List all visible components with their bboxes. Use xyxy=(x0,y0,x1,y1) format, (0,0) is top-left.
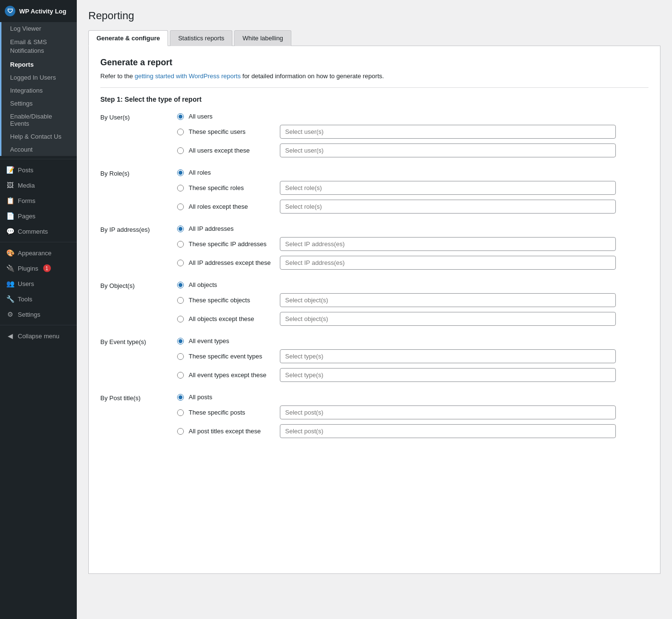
sidebar-item-users[interactable]: 👥 Users xyxy=(0,276,77,291)
input-except-objects[interactable] xyxy=(280,312,616,326)
tools-icon: 🔧 xyxy=(6,295,14,303)
sidebar-item-forms[interactable]: 📋 Forms xyxy=(0,193,77,208)
row-label-post-titles: By Post title(s) xyxy=(100,393,177,402)
row-label-ip: By IP address(es) xyxy=(100,225,177,233)
input-specific-objects[interactable] xyxy=(280,293,616,307)
sidebar-item-posts[interactable]: 📝 Posts xyxy=(0,162,77,178)
step1-title: Step 1: Select the type of report xyxy=(100,95,648,103)
radio-row-all-posts: All posts xyxy=(177,393,648,401)
sidebar-item-email-sms[interactable]: Email & SMS Notifications xyxy=(1,35,77,58)
sidebar-item-tools[interactable]: 🔧 Tools xyxy=(0,291,77,307)
settings-icon: ⚙ xyxy=(6,310,14,318)
sidebar-item-account[interactable]: Account xyxy=(1,143,77,156)
desc-link[interactable]: getting started with WordPress reports xyxy=(135,72,241,80)
media-icon: 🖼 xyxy=(6,181,14,189)
radio-row-specific-users: These specific users xyxy=(177,125,648,139)
radio-row-except-event-types: All event types except these xyxy=(177,368,648,382)
input-except-event-types[interactable] xyxy=(280,368,616,382)
main-content: Reporting Generate & configure Statistic… xyxy=(77,0,672,619)
radio-label-specific-event-types: These specific event types xyxy=(189,353,275,360)
radio-specific-posts[interactable] xyxy=(177,409,184,416)
sidebar: 🛡 WP Activity Log Log Viewer Email & SMS… xyxy=(0,0,77,619)
sidebar-item-collapse[interactable]: ◀ Collapse menu xyxy=(0,328,77,344)
radio-specific-objects[interactable] xyxy=(177,297,184,304)
radio-row-except-ips: All IP addresses except these xyxy=(177,256,648,270)
sidebar-item-reports[interactable]: Reports xyxy=(1,58,77,71)
input-except-roles[interactable] xyxy=(280,200,616,214)
sidebar-item-media[interactable]: 🖼 Media xyxy=(0,178,77,193)
input-except-posts[interactable] xyxy=(280,424,616,438)
content-panel: Generate a report Refer to the getting s… xyxy=(88,46,660,574)
radio-row-all-ips: All IP addresses xyxy=(177,225,648,232)
radio-all-roles[interactable] xyxy=(177,169,184,176)
sidebar-item-comments[interactable]: 💬 Comments xyxy=(0,224,77,239)
radio-except-event-types[interactable] xyxy=(177,372,184,379)
radio-row-except-users: All users except these xyxy=(177,143,648,157)
sidebar-item-posts-label: Posts xyxy=(18,167,34,174)
input-specific-event-types[interactable] xyxy=(280,349,616,363)
tab-white-labelling[interactable]: White labelling xyxy=(234,30,291,46)
radio-specific-users[interactable] xyxy=(177,129,184,135)
plugins-icon: 🔌 xyxy=(6,264,14,272)
input-specific-posts[interactable] xyxy=(280,405,616,419)
sidebar-item-collapse-label: Collapse menu xyxy=(18,333,60,340)
tab-generate-configure[interactable]: Generate & configure xyxy=(88,30,168,46)
radio-row-specific-ips: These specific IP addresses xyxy=(177,237,648,251)
radio-label-except-objects: All objects except these xyxy=(189,315,275,322)
sidebar-item-enable-disable[interactable]: Enable/Disable Events xyxy=(1,110,77,130)
sidebar-item-settings[interactable]: Settings xyxy=(1,97,77,110)
sidebar-item-plugins[interactable]: 🔌 Plugins 1 xyxy=(0,261,77,276)
sidebar-item-pages-label: Pages xyxy=(18,213,36,220)
radio-except-posts[interactable] xyxy=(177,428,184,435)
input-except-users[interactable] xyxy=(280,143,616,157)
radio-all-objects[interactable] xyxy=(177,282,184,288)
sidebar-item-tools-label: Tools xyxy=(18,296,32,303)
radio-row-all-users: All users xyxy=(177,113,648,120)
radio-all-ips[interactable] xyxy=(177,226,184,232)
page-title: Reporting xyxy=(88,10,660,22)
input-specific-users[interactable] xyxy=(280,125,616,139)
radio-row-all-roles: All roles xyxy=(177,169,648,176)
radio-label-except-users: All users except these xyxy=(189,147,275,154)
input-specific-ips[interactable] xyxy=(280,237,616,251)
radio-specific-ips[interactable] xyxy=(177,241,184,248)
sidebar-item-pages[interactable]: 📄 Pages xyxy=(0,208,77,224)
radio-label-all-posts: All posts xyxy=(189,393,275,401)
radio-except-users[interactable] xyxy=(177,147,184,154)
sidebar-logo-label: WP Activity Log xyxy=(19,8,66,15)
section-description: Refer to the getting started with WordPr… xyxy=(100,72,648,80)
radio-row-specific-objects: These specific objects xyxy=(177,293,648,307)
radio-all-users[interactable] xyxy=(177,113,184,120)
posts-icon: 📝 xyxy=(6,166,14,174)
sidebar-item-integrations[interactable]: Integrations xyxy=(1,84,77,97)
plugins-badge: 1 xyxy=(43,264,51,272)
radio-specific-roles[interactable] xyxy=(177,185,184,191)
section-divider xyxy=(100,87,648,88)
sidebar-item-help-contact[interactable]: Help & Contact Us xyxy=(1,130,77,143)
desc-suffix: for detailed information on how to gener… xyxy=(240,72,384,80)
radio-except-objects[interactable] xyxy=(177,316,184,322)
row-options-objects: All objects These specific objects All o… xyxy=(177,281,648,326)
radio-except-ips[interactable] xyxy=(177,260,184,266)
sidebar-item-settings2[interactable]: ⚙ Settings xyxy=(0,307,77,322)
sidebar-item-appearance[interactable]: 🎨 Appearance xyxy=(0,245,77,261)
radio-except-roles[interactable] xyxy=(177,203,184,210)
radio-row-except-posts: All post titles except these xyxy=(177,424,648,438)
tab-bar: Generate & configure Statistics reports … xyxy=(88,30,660,46)
sidebar-logo[interactable]: 🛡 WP Activity Log xyxy=(0,0,77,22)
input-except-ips[interactable] xyxy=(280,256,616,270)
sidebar-item-logged-in-users[interactable]: Logged In Users xyxy=(1,71,77,84)
radio-label-specific-users: These specific users xyxy=(189,128,275,135)
radio-specific-event-types[interactable] xyxy=(177,353,184,360)
radio-all-posts[interactable] xyxy=(177,394,184,401)
radio-label-specific-ips: These specific IP addresses xyxy=(189,240,275,248)
radio-all-event-types[interactable] xyxy=(177,338,184,345)
row-options-ip: All IP addresses These specific IP addre… xyxy=(177,225,648,270)
radio-row-except-objects: All objects except these xyxy=(177,312,648,326)
input-specific-roles[interactable] xyxy=(280,181,616,195)
sidebar-item-log-viewer[interactable]: Log Viewer xyxy=(1,22,77,35)
report-row-roles: By Role(s) All roles These specific role… xyxy=(100,169,648,214)
collapse-icon: ◀ xyxy=(6,332,14,340)
tab-statistics-reports[interactable]: Statistics reports xyxy=(170,30,232,46)
row-options-post-titles: All posts These specific posts All post … xyxy=(177,393,648,438)
